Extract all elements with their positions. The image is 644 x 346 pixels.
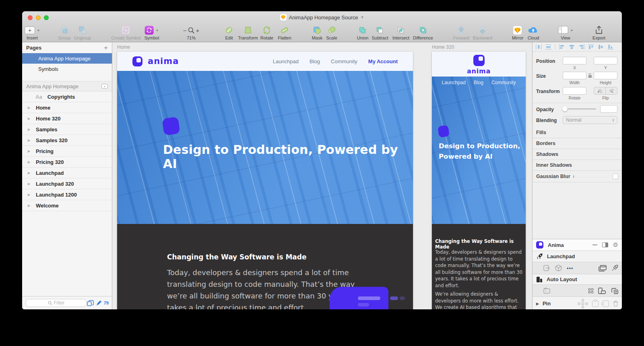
toolbar-symbol[interactable]: ▼ Symbol: [144, 25, 159, 40]
close-button[interactable]: [28, 15, 33, 20]
pin-all-icon[interactable]: [578, 299, 588, 309]
layer-row-welcome[interactable]: ▶Welcome: [22, 200, 112, 211]
canvas[interactable]: Home anima Launchpad Blog Community My A…: [113, 42, 554, 309]
pages-panel-icon[interactable]: [87, 300, 94, 306]
toolbar-insert[interactable]: +▼ Insert: [25, 25, 40, 40]
align-right-icon[interactable]: [578, 44, 584, 50]
layer-row-samples-320[interactable]: ▶Samples 320: [22, 135, 112, 146]
titlebar[interactable]: AnimaApp Homepage Source ▼: [22, 11, 622, 23]
layer-row-pricing-320[interactable]: ▶Pricing 320: [22, 157, 112, 168]
toolbar-cloud[interactable]: Cloud: [528, 25, 539, 40]
layout-folder-icon[interactable]: [543, 288, 550, 294]
layer-row-launchpad[interactable]: ▶Launchpad: [22, 168, 112, 178]
toolbar-group[interactable]: Group: [58, 25, 71, 40]
minimize-button[interactable]: [36, 15, 41, 20]
toolbar-view[interactable]: ▼ View: [558, 25, 573, 40]
layer-row-launchpad-320[interactable]: ▶Launchpad 320: [22, 178, 112, 189]
toolbar-scale[interactable]: Scale: [326, 25, 337, 40]
collapse-artboards-icon[interactable]: ▲: [101, 84, 108, 89]
distribute-horizontally-icon[interactable]: [536, 44, 542, 50]
disclosure-triangle-icon[interactable]: ▶: [28, 193, 33, 197]
shadows-section[interactable]: Shadows: [533, 149, 622, 160]
align-top-icon[interactable]: [588, 44, 594, 50]
pin-row[interactable]: ▶ Pin: [533, 297, 622, 309]
blending-dropdown[interactable]: Normal ▲▼: [563, 116, 617, 124]
minimize-panel-icon[interactable]: [592, 244, 597, 245]
distribute-vertically-icon[interactable]: [545, 44, 551, 50]
opacity-field[interactable]: [600, 105, 617, 113]
gaussian-blur-checkbox[interactable]: [613, 174, 618, 179]
gaussian-blur-section[interactable]: Gaussian Blur ▲▼: [533, 171, 622, 182]
toolbar-mask[interactable]: Mask: [312, 25, 322, 40]
page-item-anima-app-homepage[interactable]: Anima App Homepage: [22, 53, 112, 64]
document-title[interactable]: AnimaApp Homepage Source ▼: [280, 14, 364, 21]
disclosure-triangle-icon[interactable]: ▶: [28, 106, 33, 110]
trash-icon[interactable]: [613, 300, 618, 307]
export-code-icon[interactable]: [543, 265, 550, 271]
align-bottom-icon[interactable]: [607, 44, 613, 50]
toolbar-difference[interactable]: Difference: [413, 25, 433, 40]
orientation-icon[interactable]: [598, 288, 606, 294]
flip-horizontal-button[interactable]: [594, 87, 605, 94]
launchpad-row[interactable]: Launchpad: [533, 251, 622, 262]
disclosure-triangle-icon[interactable]: ▶: [28, 160, 33, 164]
toolbar-export[interactable]: Export: [592, 25, 605, 40]
breakpoints-icon[interactable]: [611, 288, 618, 294]
toolbar-intersect[interactable]: Intersect: [392, 25, 409, 40]
pin-top-icon[interactable]: [592, 300, 599, 307]
disclosure-triangle-icon[interactable]: ▶: [28, 117, 33, 120]
page-item-symbols[interactable]: Symbols: [22, 64, 112, 74]
toolbar-create-symbol[interactable]: Create Symbol: [111, 25, 141, 40]
lock-icon[interactable]: [588, 73, 592, 78]
toolbar-forward[interactable]: Forward: [453, 25, 469, 40]
blur-type-stepper-icon[interactable]: ▲▼: [573, 175, 575, 178]
toolbar-edit[interactable]: Edit: [225, 25, 233, 40]
preview-in-browser-icon[interactable]: [599, 265, 607, 271]
fills-section[interactable]: Fills: [533, 127, 622, 138]
layer-row-home[interactable]: ▶Home: [22, 102, 112, 113]
toolbar-mirror[interactable]: Mirror: [512, 25, 524, 40]
pin-left-icon[interactable]: [603, 300, 609, 307]
zoom-out-icon[interactable]: −: [183, 27, 187, 34]
align-left-icon[interactable]: [559, 44, 565, 50]
filter-input[interactable]: Filter: [25, 299, 87, 307]
artboard-label-home320[interactable]: Home 320: [432, 44, 454, 50]
size-width-field[interactable]: [563, 72, 586, 79]
toolbar-subtract[interactable]: Subtract: [372, 25, 388, 40]
toolbar-flatten[interactable]: Flatten: [278, 25, 291, 40]
layer-row-copyrights[interactable]: Aa Copyrights: [22, 91, 112, 102]
layer-row-pricing[interactable]: ▶Pricing: [22, 146, 112, 157]
toolbar-ungroup[interactable]: Ungroup: [74, 25, 91, 40]
grid-layout-icon[interactable]: [588, 288, 593, 293]
artboard-home[interactable]: anima Launchpad Blog Community My Accoun…: [117, 52, 413, 309]
disclosure-triangle-icon[interactable]: ▶: [28, 171, 33, 175]
opacity-slider-thumb[interactable]: [562, 106, 568, 112]
panel-toggle-icon[interactable]: [602, 242, 608, 247]
artboard-label-home[interactable]: Home: [117, 44, 130, 50]
toolbar-rotate[interactable]: Rotate: [260, 25, 273, 40]
toolbar-backward[interactable]: Backward: [473, 25, 492, 40]
disclosure-triangle-icon[interactable]: ▶: [28, 139, 33, 142]
align-center-horizontal-icon[interactable]: [569, 44, 575, 50]
auto-layout-row[interactable]: Auto Layout: [533, 274, 622, 285]
disclosure-triangle-icon[interactable]: ▶: [28, 149, 33, 153]
disclosure-triangle-icon[interactable]: ▶: [28, 128, 33, 131]
disclosure-triangle-icon[interactable]: ▶: [28, 182, 33, 186]
zoom-in-icon[interactable]: +: [196, 27, 200, 34]
opacity-slider[interactable]: [563, 108, 596, 110]
package-icon[interactable]: [555, 265, 562, 271]
position-y-field[interactable]: [594, 57, 617, 64]
gear-icon[interactable]: ⚙: [613, 241, 618, 249]
size-height-field[interactable]: [594, 72, 617, 79]
align-middle-icon[interactable]: [598, 44, 604, 50]
inner-shadows-section[interactable]: Inner Shadows: [533, 160, 622, 171]
zoom-window-button[interactable]: [44, 15, 49, 20]
artboard-home-320[interactable]: anima Launchpad Blog Community Design to…: [432, 52, 526, 309]
more-options-icon[interactable]: •••: [567, 265, 574, 271]
toolbar-transform[interactable]: Transform: [238, 25, 258, 40]
toolbar-union[interactable]: Union: [357, 25, 369, 40]
position-x-field[interactable]: [563, 57, 586, 64]
pen-icon[interactable]: [96, 300, 102, 306]
disclosure-triangle-icon[interactable]: ▶: [536, 302, 539, 306]
flip-vertical-button[interactable]: [605, 87, 617, 94]
